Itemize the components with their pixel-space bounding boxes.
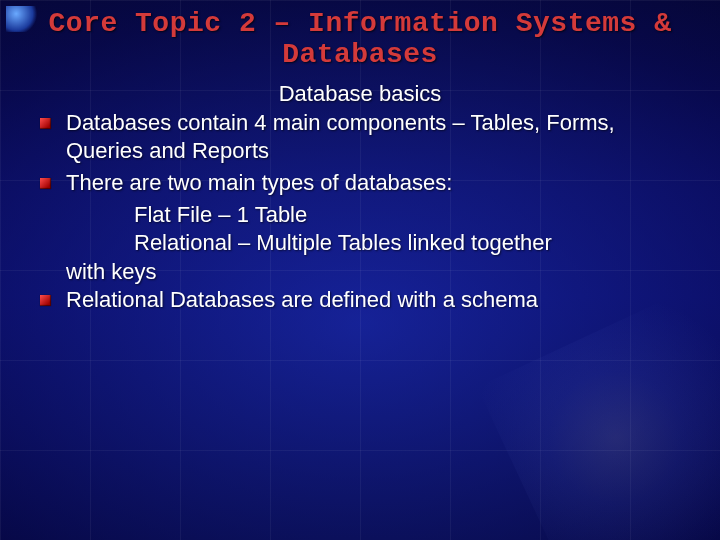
bullet-item-schema: Relational Databases are defined with a … bbox=[66, 286, 688, 314]
slide-container: Core Topic 2 – Information Systems & Dat… bbox=[0, 0, 720, 540]
bullet-item-components: Databases contain 4 main components – Ta… bbox=[66, 109, 688, 165]
subitem-flat-file: Flat File – 1 Table bbox=[134, 201, 696, 229]
subitem-relational: Relational – Multiple Tables linked toge… bbox=[134, 229, 696, 257]
subitem-relational-cont: with keys bbox=[24, 258, 696, 286]
bullet-list-2: Relational Databases are defined with a … bbox=[24, 286, 696, 314]
bullet-list: Databases contain 4 main components – Ta… bbox=[24, 109, 696, 197]
slide-title: Core Topic 2 – Information Systems & Dat… bbox=[24, 8, 696, 71]
bullet-item-types: There are two main types of databases: bbox=[66, 169, 688, 197]
slide-subheading: Database basics bbox=[24, 81, 696, 107]
